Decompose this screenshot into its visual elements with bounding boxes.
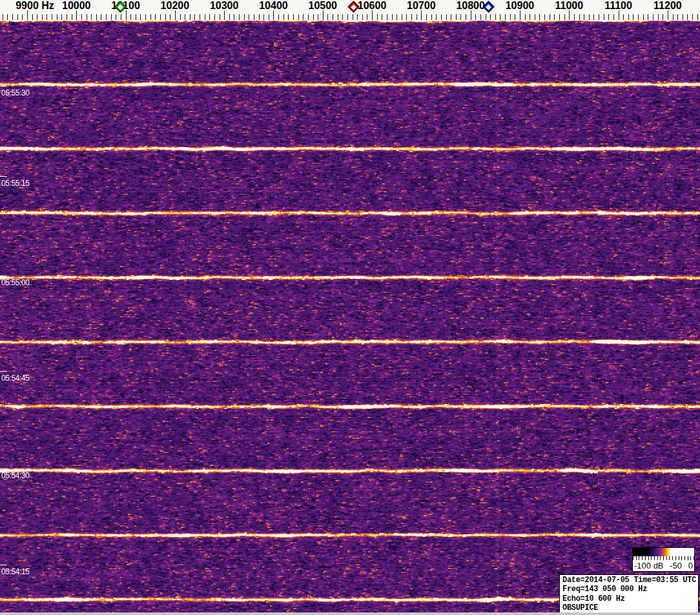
ruler-minor-tick [396,14,397,20]
ruler-minor-tick [451,14,451,20]
ruler-minor-tick [130,14,131,20]
ruler-minor-tick [436,14,437,20]
ruler-minor-tick [687,14,688,20]
ruler-major-tick [668,10,668,20]
ruler-minor-tick [613,14,614,20]
time-tick [0,86,7,86]
ruler-frequency-label: 11000 [555,0,584,11]
ruler-major-tick [27,10,28,20]
ruler-minor-tick [263,14,264,20]
ruler-minor-tick [288,14,289,20]
ruler-minor-tick [353,14,353,20]
ruler-frequency-label: 10700 [407,0,436,11]
ruler-minor-tick [136,14,136,20]
ruler-minor-tick [515,14,515,20]
ruler-minor-tick [150,14,151,20]
ruler-minor-tick [333,14,333,20]
db-scale-tick [675,556,676,560]
bottom-status-strip [0,612,700,615]
db-scale-tick [688,556,688,560]
ruler-minor-tick [510,14,511,20]
ruler-minor-tick [72,14,72,20]
ruler-minor-tick [220,14,220,20]
waterfall-canvas[interactable] [0,21,700,612]
ruler-minor-tick [342,14,343,20]
ruler-minor-tick [382,14,382,20]
ruler-major-tick [323,10,324,20]
ruler-minor-tick [52,14,52,20]
ruler-minor-tick [441,14,442,20]
ruler-minor-tick [254,14,254,20]
time-tick [0,565,7,565]
db-color-scale: -100 dB -50 0 [632,547,695,572]
ruler-minor-tick [446,14,447,20]
ruler-minor-tick [194,14,195,20]
db-scale-tick [660,556,661,560]
ruler-minor-tick [505,14,506,20]
ruler-minor-tick [214,14,215,20]
ruler-minor-tick [111,14,112,20]
ruler-minor-tick [466,14,466,20]
ruler-minor-tick [7,14,8,20]
time-label: 05:54:15 [1,567,30,576]
ruler-minor-tick [170,14,170,20]
ruler-minor-tick [417,14,417,20]
ruler-minor-tick [535,14,535,20]
ruler-minor-tick [539,14,540,20]
ruler-minor-tick [475,14,476,20]
db-scale-ticks [633,556,694,560]
ruler-major-tick [569,10,570,20]
time-label: 05:55:00 [1,278,30,287]
db-scale-tick [648,556,649,560]
ruler-minor-tick [180,14,181,20]
db-scale-tick [690,556,691,560]
db-scale-tick [666,556,667,560]
time-label: 05:54:30 [1,471,30,480]
ruler-minor-tick [293,14,294,20]
ruler-frequency-label: 10800 [456,0,485,11]
ruler-frequency-label: 11200 [654,0,682,11]
db-scale-labels: -100 dB -50 0 [633,561,694,570]
ruler-minor-tick [81,14,82,20]
ruler-minor-tick [460,14,461,20]
db-scale-tick [657,556,658,560]
db-scale-tick [685,556,685,560]
ruler-minor-tick [387,14,387,20]
ruler-minor-tick [67,14,67,20]
db-scale-tick [633,556,633,560]
db-label-min: -100 dB [634,561,664,570]
ruler-major-tick [224,10,225,20]
ruler-minor-tick [490,14,491,20]
ruler-major-tick [175,10,176,20]
ruler-minor-tick [653,14,654,20]
ruler-minor-tick [259,14,260,20]
ruler-minor-tick [185,14,185,20]
ruler-minor-tick [106,14,107,20]
ruler-minor-tick [347,14,348,20]
info-echo: Echo=10 600 Hz [562,594,695,603]
ruler-major-tick [372,10,373,20]
ruler-minor-tick [411,14,412,20]
ruler-minor-tick [584,14,584,20]
ruler-minor-tick [554,14,555,20]
ruler-minor-tick [17,14,18,20]
time-label: 05:55:15 [1,179,30,188]
spectrum-lab-window: 9900 Hz100001010010200103001040010500106… [0,0,700,615]
ruler-minor-tick [456,14,457,20]
time-tick [0,276,7,276]
time-label: 05:55:30 [1,88,30,97]
ruler-minor-tick [357,14,358,20]
ruler-minor-tick [116,14,116,20]
ruler-minor-tick [683,14,683,20]
ruler-minor-tick [663,14,663,20]
db-scale-tick [639,556,639,560]
frequency-ruler[interactable]: 9900 Hz100001010010200103001040010500106… [0,0,700,21]
ruler-minor-tick [697,14,698,20]
ruler-minor-tick [61,14,62,20]
ruler-frequency-label: 10400 [259,0,288,11]
db-scale-tick [642,556,643,560]
db-label-mid: -50 [670,561,682,570]
info-date-time: Date=2014-07-05 Time=03:55 UTC [562,576,695,585]
db-scale-tick [651,556,652,560]
ruler-minor-tick [550,14,550,20]
